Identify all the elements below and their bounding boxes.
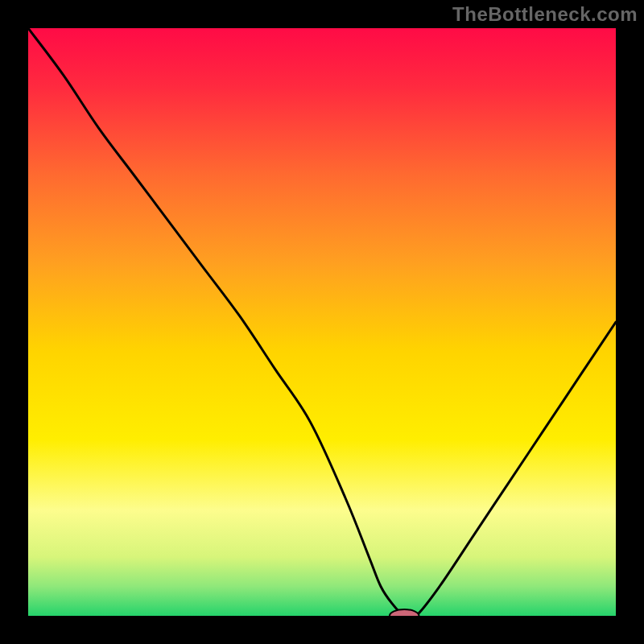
optimal-marker (28, 28, 616, 616)
plot-area (28, 28, 616, 616)
watermark-text: TheBottleneck.com (452, 3, 638, 26)
chart-frame: TheBottleneck.com (0, 0, 644, 644)
svg-point-1 (390, 609, 419, 616)
